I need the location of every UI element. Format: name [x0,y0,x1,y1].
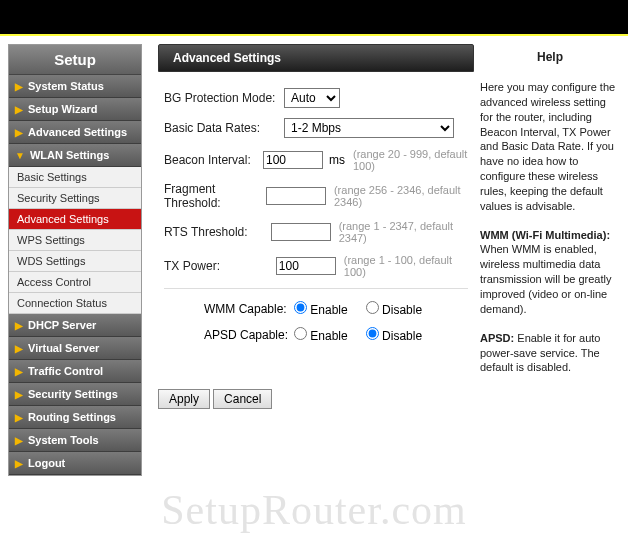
beacon-interval-label: Beacon Interval: [164,153,263,167]
help-paragraph-3: APSD: Enable it for auto power-save serv… [480,331,620,376]
arrow-icon: ▶ [15,389,23,400]
help-wmm-term: WMM (Wi-Fi Multimedia): [480,229,610,241]
sidebar-item-advanced-settings[interactable]: ▶Advanced Settings [9,121,141,144]
wmm-disable-text: Disable [382,303,422,317]
sidebar-item-traffic-control[interactable]: ▶Traffic Control [9,360,141,383]
sidebar-item-label: Logout [28,457,65,469]
wmm-disable-radio[interactable] [366,301,379,314]
sidebar-item-label: Advanced Settings [28,126,127,138]
sidebar-subitem-access-control[interactable]: Access Control [9,272,141,293]
arrow-icon: ▶ [15,104,23,115]
sidebar-item-label: Virtual Server [28,342,99,354]
sidebar-item-label: Routing Settings [28,411,116,423]
cancel-button[interactable]: Cancel [213,389,272,409]
sidebar-item-virtual-server[interactable]: ▶Virtual Server [9,337,141,360]
help-paragraph-2: WMM (Wi-Fi Multimedia): When WMM is enab… [480,228,620,317]
bg-protection-label: BG Protection Mode: [164,91,284,105]
apsd-disable-radio[interactable] [366,327,379,340]
arrow-icon: ▶ [15,81,23,92]
help-panel: Help Here you may configure the advanced… [480,44,620,389]
sidebar-item-label: Setup Wizard [28,103,98,115]
apply-button[interactable]: Apply [158,389,210,409]
arrow-icon: ▶ [15,458,23,469]
tx-power-hint: (range 1 - 100, default 100) [344,254,468,278]
sidebar-item-label: System Status [28,80,104,92]
sidebar-item-label: Security Settings [28,388,118,400]
sidebar-subitem-advanced-settings[interactable]: Advanced Settings [9,209,141,230]
sidebar: Setup ▶System Status ▶Setup Wizard ▶Adva… [8,44,142,476]
basic-data-rates-label: Basic Data Rates: [164,121,284,135]
beacon-interval-unit: ms [329,153,345,167]
sidebar-subitem-basic-settings[interactable]: Basic Settings [9,167,141,188]
fragment-threshold-label: Fragment Threshold: [164,182,266,210]
rts-threshold-hint: (range 1 - 2347, default 2347) [339,220,468,244]
sidebar-item-system-tools[interactable]: ▶System Tools [9,429,141,452]
wmm-capable-label: WMM Capable: [204,302,294,316]
arrow-icon: ▶ [15,366,23,377]
sidebar-title: Setup [9,45,141,75]
help-apsd-term: APSD: [480,332,514,344]
fragment-threshold-input[interactable] [266,187,326,205]
tx-power-input[interactable] [276,257,336,275]
sidebar-item-label: DHCP Server [28,319,96,331]
arrow-icon: ▶ [15,320,23,331]
help-title: Help [480,50,620,64]
wmm-enable-text: Enable [310,303,347,317]
sidebar-item-label: System Tools [28,434,99,446]
sidebar-item-dhcp-server[interactable]: ▶DHCP Server [9,314,141,337]
bg-protection-select[interactable]: Auto [284,88,340,108]
sidebar-subitem-wps-settings[interactable]: WPS Settings [9,230,141,251]
sidebar-item-security-settings[interactable]: ▶Security Settings [9,383,141,406]
apsd-enable-text: Enable [310,329,347,343]
sidebar-item-label: WLAN Settings [30,149,109,161]
main-panel: Advanced Settings BG Protection Mode: Au… [142,44,480,409]
tx-power-label: TX Power: [164,259,276,273]
arrow-icon: ▼ [15,150,25,161]
arrow-icon: ▶ [15,412,23,423]
top-bar [0,0,628,36]
help-wmm-text: When WMM is enabled, wireless multimedia… [480,243,611,314]
arrow-icon: ▶ [15,343,23,354]
sidebar-item-wlan-settings[interactable]: ▼WLAN Settings [9,144,141,167]
sidebar-item-routing-settings[interactable]: ▶Routing Settings [9,406,141,429]
beacon-interval-input[interactable] [263,151,323,169]
rts-threshold-input[interactable] [271,223,331,241]
fragment-threshold-hint: (range 256 - 2346, default 2346) [334,184,468,208]
divider [164,288,468,289]
sidebar-subitem-connection-status[interactable]: Connection Status [9,293,141,314]
arrow-icon: ▶ [15,435,23,446]
sidebar-item-label: Traffic Control [28,365,103,377]
rts-threshold-label: RTS Threshold: [164,225,271,239]
sidebar-item-system-status[interactable]: ▶System Status [9,75,141,98]
sidebar-item-setup-wizard[interactable]: ▶Setup Wizard [9,98,141,121]
arrow-icon: ▶ [15,127,23,138]
apsd-capable-label: APSD Capable: [204,328,294,342]
watermark: SetupRouter.com [0,486,628,534]
beacon-interval-hint: (range 20 - 999, default 100) [353,148,468,172]
apsd-disable-text: Disable [382,329,422,343]
apsd-enable-radio[interactable] [294,327,307,340]
panel-title: Advanced Settings [158,44,474,72]
sidebar-item-logout[interactable]: ▶Logout [9,452,141,475]
help-paragraph-1: Here you may configure the advanced wire… [480,80,620,214]
sidebar-subitem-security-settings[interactable]: Security Settings [9,188,141,209]
basic-data-rates-select[interactable]: 1-2 Mbps [284,118,454,138]
sidebar-subitem-wds-settings[interactable]: WDS Settings [9,251,141,272]
wmm-enable-radio[interactable] [294,301,307,314]
